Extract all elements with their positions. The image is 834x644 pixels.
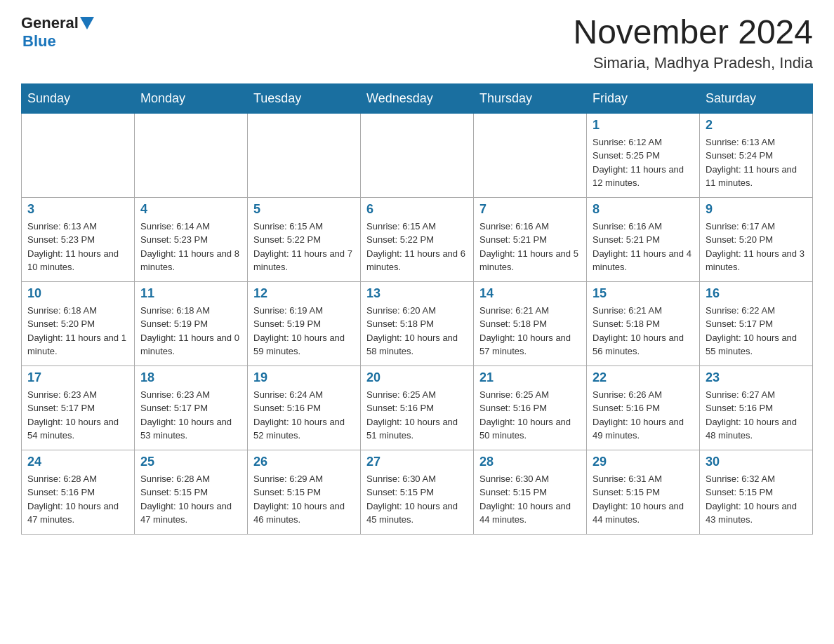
calendar-cell: 9Sunrise: 6:17 AMSunset: 5:20 PMDaylight…: [700, 197, 813, 281]
calendar-cell: 22Sunrise: 6:26 AMSunset: 5:16 PMDayligh…: [587, 365, 700, 450]
day-number: 23: [706, 370, 807, 385]
calendar-cell: 1Sunrise: 6:12 AMSunset: 5:25 PMDaylight…: [587, 113, 700, 197]
day-info: Sunrise: 6:28 AMSunset: 5:16 PMDaylight:…: [27, 472, 128, 527]
day-info: Sunrise: 6:19 AMSunset: 5:19 PMDaylight:…: [253, 304, 355, 358]
calendar-week-row: 3Sunrise: 6:13 AMSunset: 5:23 PMDaylight…: [22, 197, 813, 281]
day-number: 19: [253, 370, 355, 385]
calendar-cell: 8Sunrise: 6:16 AMSunset: 5:21 PMDaylight…: [587, 197, 700, 281]
day-of-week-header: Saturday: [700, 83, 813, 113]
day-info: Sunrise: 6:30 AMSunset: 5:15 PMDaylight:…: [366, 472, 468, 527]
logo-triangle-icon: [80, 17, 94, 29]
calendar-cell: 5Sunrise: 6:15 AMSunset: 5:22 PMDaylight…: [248, 197, 361, 281]
calendar-cell: 7Sunrise: 6:16 AMSunset: 5:21 PMDaylight…: [474, 197, 587, 281]
day-info: Sunrise: 6:20 AMSunset: 5:18 PMDaylight:…: [366, 304, 468, 358]
day-number: 17: [27, 370, 128, 385]
day-info: Sunrise: 6:15 AMSunset: 5:22 PMDaylight:…: [253, 220, 355, 274]
day-info: Sunrise: 6:25 AMSunset: 5:16 PMDaylight:…: [366, 388, 468, 443]
day-number: 10: [27, 286, 128, 301]
day-number: 5: [253, 202, 355, 217]
logo-general-text: General: [21, 14, 79, 32]
calendar-cell: 3Sunrise: 6:13 AMSunset: 5:23 PMDaylight…: [22, 197, 135, 281]
calendar-cell: 17Sunrise: 6:23 AMSunset: 5:17 PMDayligh…: [22, 365, 135, 450]
day-info: Sunrise: 6:26 AMSunset: 5:16 PMDaylight:…: [593, 388, 694, 443]
calendar-cell: [361, 113, 474, 197]
calendar-cell: 20Sunrise: 6:25 AMSunset: 5:16 PMDayligh…: [361, 365, 474, 450]
calendar-cell: 12Sunrise: 6:19 AMSunset: 5:19 PMDayligh…: [248, 281, 361, 365]
day-number: 25: [140, 455, 241, 469]
calendar-week-row: 17Sunrise: 6:23 AMSunset: 5:17 PMDayligh…: [22, 365, 813, 450]
day-number: 24: [27, 455, 128, 469]
calendar-cell: 16Sunrise: 6:22 AMSunset: 5:17 PMDayligh…: [700, 281, 813, 365]
day-number: 14: [479, 286, 581, 301]
day-number: 2: [706, 118, 807, 133]
day-number: 20: [366, 370, 468, 385]
calendar-cell: 2Sunrise: 6:13 AMSunset: 5:24 PMDaylight…: [700, 113, 813, 197]
day-of-week-header: Thursday: [474, 83, 587, 113]
calendar-week-row: 24Sunrise: 6:28 AMSunset: 5:16 PMDayligh…: [22, 450, 813, 534]
day-info: Sunrise: 6:28 AMSunset: 5:15 PMDaylight:…: [140, 472, 241, 527]
day-number: 9: [706, 202, 807, 217]
location-text: Simaria, Madhya Pradesh, India: [573, 54, 813, 72]
calendar-cell: 25Sunrise: 6:28 AMSunset: 5:15 PMDayligh…: [135, 450, 248, 534]
calendar-cell: 15Sunrise: 6:21 AMSunset: 5:18 PMDayligh…: [587, 281, 700, 365]
calendar-cell: 13Sunrise: 6:20 AMSunset: 5:18 PMDayligh…: [361, 281, 474, 365]
day-number: 13: [366, 286, 468, 301]
calendar-cell: 24Sunrise: 6:28 AMSunset: 5:16 PMDayligh…: [22, 450, 135, 534]
calendar-cell: 11Sunrise: 6:18 AMSunset: 5:19 PMDayligh…: [135, 281, 248, 365]
day-number: 4: [140, 202, 241, 217]
day-info: Sunrise: 6:13 AMSunset: 5:23 PMDaylight:…: [27, 220, 128, 274]
day-number: 11: [140, 286, 241, 301]
calendar-cell: 10Sunrise: 6:18 AMSunset: 5:20 PMDayligh…: [22, 281, 135, 365]
calendar-week-row: 10Sunrise: 6:18 AMSunset: 5:20 PMDayligh…: [22, 281, 813, 365]
calendar-cell: 6Sunrise: 6:15 AMSunset: 5:22 PMDaylight…: [361, 197, 474, 281]
calendar-cell: 18Sunrise: 6:23 AMSunset: 5:17 PMDayligh…: [135, 365, 248, 450]
day-number: 28: [479, 455, 581, 469]
day-info: Sunrise: 6:31 AMSunset: 5:15 PMDaylight:…: [593, 472, 694, 527]
day-info: Sunrise: 6:27 AMSunset: 5:16 PMDaylight:…: [706, 388, 807, 443]
calendar-cell: 21Sunrise: 6:25 AMSunset: 5:16 PMDayligh…: [474, 365, 587, 450]
day-info: Sunrise: 6:18 AMSunset: 5:20 PMDaylight:…: [27, 304, 128, 358]
day-info: Sunrise: 6:12 AMSunset: 5:25 PMDaylight:…: [593, 135, 694, 190]
day-of-week-header: Sunday: [22, 83, 135, 113]
calendar-week-row: 1Sunrise: 6:12 AMSunset: 5:25 PMDaylight…: [22, 113, 813, 197]
calendar-cell: 27Sunrise: 6:30 AMSunset: 5:15 PMDayligh…: [361, 450, 474, 534]
day-number: 30: [706, 455, 807, 469]
day-info: Sunrise: 6:21 AMSunset: 5:18 PMDaylight:…: [479, 304, 581, 358]
day-number: 29: [593, 455, 694, 469]
calendar-cell: [474, 113, 587, 197]
day-info: Sunrise: 6:30 AMSunset: 5:15 PMDaylight:…: [479, 472, 581, 527]
day-info: Sunrise: 6:17 AMSunset: 5:20 PMDaylight:…: [706, 220, 807, 274]
day-number: 22: [593, 370, 694, 385]
day-info: Sunrise: 6:16 AMSunset: 5:21 PMDaylight:…: [479, 220, 581, 274]
calendar-cell: 28Sunrise: 6:30 AMSunset: 5:15 PMDayligh…: [474, 450, 587, 534]
day-info: Sunrise: 6:24 AMSunset: 5:16 PMDaylight:…: [253, 388, 355, 443]
calendar-cell: 30Sunrise: 6:32 AMSunset: 5:15 PMDayligh…: [700, 450, 813, 534]
day-number: 18: [140, 370, 241, 385]
day-of-week-header: Wednesday: [361, 83, 474, 113]
day-number: 15: [593, 286, 694, 301]
day-info: Sunrise: 6:18 AMSunset: 5:19 PMDaylight:…: [140, 304, 241, 358]
day-info: Sunrise: 6:16 AMSunset: 5:21 PMDaylight:…: [593, 220, 694, 274]
day-number: 6: [366, 202, 468, 217]
day-of-week-header: Monday: [135, 83, 248, 113]
day-of-week-header: Friday: [587, 83, 700, 113]
day-of-week-header: Tuesday: [248, 83, 361, 113]
calendar-table: SundayMondayTuesdayWednesdayThursdayFrid…: [21, 83, 813, 535]
day-info: Sunrise: 6:14 AMSunset: 5:23 PMDaylight:…: [140, 220, 241, 274]
day-number: 3: [27, 202, 128, 217]
calendar-cell: [22, 113, 135, 197]
day-info: Sunrise: 6:32 AMSunset: 5:15 PMDaylight:…: [706, 472, 807, 527]
logo-blue-text: Blue: [22, 32, 56, 50]
page-header: General Blue November 2024 Simaria, Madh…: [21, 14, 813, 72]
calendar-cell: 26Sunrise: 6:29 AMSunset: 5:15 PMDayligh…: [248, 450, 361, 534]
day-info: Sunrise: 6:23 AMSunset: 5:17 PMDaylight:…: [140, 388, 241, 443]
calendar-cell: 14Sunrise: 6:21 AMSunset: 5:18 PMDayligh…: [474, 281, 587, 365]
day-number: 16: [706, 286, 807, 301]
calendar-cell: [135, 113, 248, 197]
calendar-cell: 29Sunrise: 6:31 AMSunset: 5:15 PMDayligh…: [587, 450, 700, 534]
day-info: Sunrise: 6:21 AMSunset: 5:18 PMDaylight:…: [593, 304, 694, 358]
title-section: November 2024 Simaria, Madhya Pradesh, I…: [573, 14, 813, 72]
day-number: 21: [479, 370, 581, 385]
day-number: 8: [593, 202, 694, 217]
day-info: Sunrise: 6:15 AMSunset: 5:22 PMDaylight:…: [366, 220, 468, 274]
